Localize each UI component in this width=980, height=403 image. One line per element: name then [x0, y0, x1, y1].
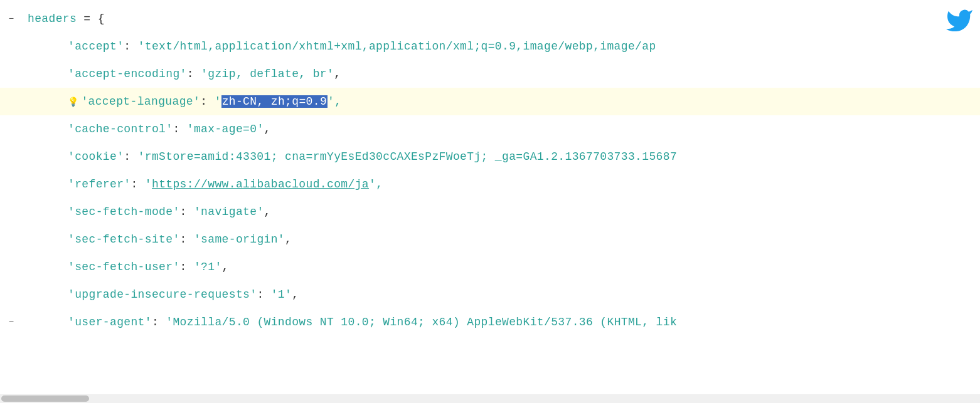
code-token: '	[214, 95, 221, 108]
code-token: :	[130, 178, 144, 191]
code-token: 'sec-fetch-user'	[68, 261, 180, 273]
line-content: 'sec-fetch-user': '?1',	[23, 261, 980, 273]
code-token: 'sec-fetch-mode'	[68, 206, 180, 218]
code-token: 'max-age=0'	[187, 123, 264, 135]
fold-icon[interactable]: −	[9, 14, 14, 24]
code-token: 'rmStore=amid:43301; cna=rmYyEsEd30cCAXE…	[138, 150, 677, 163]
warning-icon: 💡	[68, 97, 78, 107]
code-line: 💡'accept-language': 'zh-CN, zh;q=0.9',	[0, 88, 980, 115]
code-line: 'sec-fetch-mode': 'navigate',	[0, 198, 980, 226]
code-line: −headers = {	[0, 5, 980, 33]
line-content: 'cookie': 'rmStore=amid:43301; cna=rmYyE…	[23, 150, 980, 163]
code-token: 'cache-control'	[68, 123, 173, 135]
code-token: :	[180, 206, 194, 218]
code-line: 'cache-control': 'max-age=0',	[0, 115, 980, 143]
code-token: 'accept-language'	[81, 95, 200, 108]
scrollbar[interactable]	[0, 394, 980, 403]
code-token: '1'	[271, 288, 292, 301]
code-line: −'user-agent': 'Mozilla/5.0 (Windows NT …	[0, 308, 980, 336]
code-token: :	[200, 95, 214, 108]
code-line: 'upgrade-insecure-requests': '1',	[0, 281, 980, 308]
scrollbar-thumb[interactable]	[1, 395, 89, 402]
code-line: 'accept-encoding': 'gzip, deflate, br',	[0, 60, 980, 88]
line-content: 'sec-fetch-site': 'same-origin',	[23, 233, 980, 246]
line-content: headers = {	[23, 13, 980, 25]
code-token: 'upgrade-insecure-requests'	[68, 288, 257, 301]
code-token: ,	[264, 206, 271, 218]
code-token: = {	[77, 13, 105, 25]
link-token[interactable]: https://www.alibabacloud.com/ja	[152, 178, 369, 191]
code-token: '?1'	[194, 261, 222, 273]
code-line: 'referer': 'https://www.alibabacloud.com…	[0, 170, 980, 198]
line-gutter: −	[0, 14, 23, 24]
code-token: ',	[328, 95, 341, 108]
line-gutter: −	[0, 317, 23, 327]
code-line: 'cookie': 'rmStore=amid:43301; cna=rmYyE…	[0, 143, 980, 170]
code-token: 'same-origin'	[194, 233, 285, 246]
code-token: 'cookie'	[68, 150, 124, 163]
code-token: ,	[292, 288, 299, 301]
line-content: 'upgrade-insecure-requests': '1',	[23, 288, 980, 301]
line-content: 'cache-control': 'max-age=0',	[23, 123, 980, 135]
code-line: 'sec-fetch-site': 'same-origin',	[0, 226, 980, 253]
code-token: :	[187, 68, 201, 80]
code-token: 'navigate'	[194, 206, 264, 218]
line-content: 💡'accept-language': 'zh-CN, zh;q=0.9',	[23, 95, 980, 108]
line-content: 'sec-fetch-mode': 'navigate',	[23, 206, 980, 218]
editor-container: −headers = {'accept': 'text/html,applica…	[0, 0, 980, 403]
code-token: 'Mozilla/5.0 (Windows NT 10.0; Win64; x6…	[166, 316, 677, 328]
code-token: ,	[334, 68, 341, 80]
code-token: :	[124, 150, 137, 163]
code-line: 'sec-fetch-user': '?1',	[0, 253, 980, 281]
code-token: 'user-agent'	[68, 316, 152, 328]
code-token: ,	[264, 123, 271, 135]
code-token: 'sec-fetch-site'	[68, 233, 180, 246]
code-line: 'accept': 'text/html,application/xhtml+x…	[0, 33, 980, 60]
code-token: '	[145, 178, 152, 191]
code-token: :	[173, 123, 186, 135]
code-token: :	[152, 316, 166, 328]
code-token: ,	[222, 261, 229, 273]
code-token: 'referer'	[68, 178, 130, 191]
code-token: 'accept-encoding'	[68, 68, 187, 80]
line-content: 'referer': 'https://www.alibabacloud.com…	[23, 178, 980, 191]
line-content: 'accept': 'text/html,application/xhtml+x…	[23, 40, 980, 53]
code-token: headers	[28, 13, 77, 25]
code-token: 'text/html,application/xhtml+xml,applica…	[138, 40, 656, 53]
code-token: :	[180, 233, 194, 246]
code-token: :	[180, 261, 194, 273]
code-token: :	[257, 288, 270, 301]
bird-icon	[945, 6, 974, 43]
selected-text: zh-CN, zh;q=0.9	[221, 95, 328, 108]
code-area: −headers = {'accept': 'text/html,applica…	[0, 0, 980, 341]
code-token: 'accept'	[68, 40, 124, 53]
line-content: 'user-agent': 'Mozilla/5.0 (Windows NT 1…	[23, 316, 980, 328]
code-token: ',	[369, 178, 383, 191]
code-token: ,	[285, 233, 292, 246]
fold-icon[interactable]: −	[9, 317, 14, 327]
line-content: 'accept-encoding': 'gzip, deflate, br',	[23, 68, 980, 80]
code-token: 'gzip, deflate, br'	[201, 68, 334, 80]
code-token: :	[124, 40, 137, 53]
